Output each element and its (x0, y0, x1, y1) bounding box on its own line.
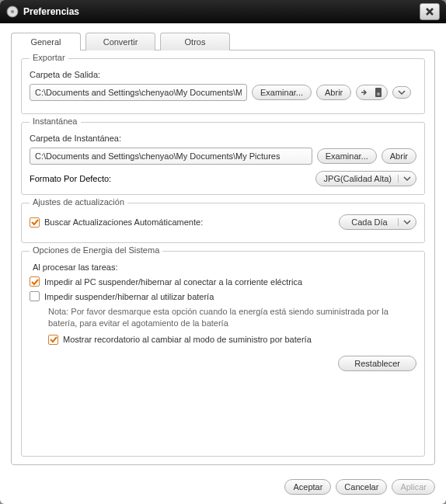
apply-button: Aplicar (392, 479, 435, 495)
update-frequency-value: Cada Día (347, 217, 392, 227)
export-device-dropdown[interactable] (392, 86, 411, 99)
chevron-down-icon (398, 175, 411, 182)
preferences-window: Preferencias General Convertir Otros Exp… (0, 0, 446, 504)
dialog-footer: Aceptar Cancelar Aplicar (0, 473, 446, 504)
section-title-updates: Ajustes de actualización (30, 197, 127, 207)
close-button[interactable] (420, 3, 440, 20)
chevron-down-icon (398, 218, 411, 226)
cancel-button[interactable]: Cancelar (336, 479, 387, 495)
section-energy: Opciones de Energia del Sistema Al proce… (21, 251, 425, 457)
prevent-battery-checkbox[interactable] (30, 291, 40, 301)
tab-convert[interactable]: Convertir (85, 33, 155, 50)
tab-others[interactable]: Otros (160, 33, 230, 50)
tab-bar: General Convertir Otros (11, 33, 435, 50)
window-title: Preferencias (23, 6, 420, 17)
svg-point-3 (377, 92, 380, 96)
section-snapshot: Instantánea Carpeta de Instantánea: Exam… (21, 122, 425, 195)
export-browse-button[interactable]: Examinar... (252, 85, 312, 100)
show-reminder-checkbox[interactable] (48, 335, 58, 345)
auto-update-checkbox[interactable] (30, 217, 40, 228)
titlebar: Preferencias (0, 0, 446, 23)
energy-processing-label: Al procesar las tareas: (33, 262, 416, 272)
auto-update-label: Buscar Actualizaciones Automáticamente: (44, 217, 203, 227)
section-title-snapshot: Instantánea (30, 116, 81, 126)
app-icon (6, 5, 19, 18)
export-device-button[interactable] (356, 85, 388, 100)
ok-button[interactable]: Aceptar (284, 479, 331, 495)
prevent-ac-checkbox[interactable] (30, 276, 40, 287)
prevent-battery-label: Impedir suspender/hibernar al utilizar b… (44, 292, 214, 301)
content-area: General Convertir Otros Exportar Carpeta… (0, 23, 446, 473)
export-folder-input[interactable] (30, 84, 247, 101)
restore-button[interactable]: Restablecer (338, 356, 416, 371)
export-folder-label: Carpeta de Salida: (30, 70, 416, 79)
show-reminder-label: Mostrar recordatorio al cambiar al modo … (63, 335, 312, 344)
tab-panel-general: Exportar Carpeta de Salida: Examinar... … (11, 50, 435, 465)
update-frequency-select[interactable]: Cada Día (339, 214, 416, 230)
snapshot-folder-input[interactable] (30, 148, 312, 165)
section-updates: Ajustes de actualización Buscar Actualiz… (21, 203, 425, 243)
export-open-button[interactable]: Abrir (316, 85, 351, 100)
energy-note: Nota: Por favor desmarque esta opción cu… (48, 306, 416, 330)
svg-point-1 (11, 10, 14, 13)
section-export: Exportar Carpeta de Salida: Examinar... … (21, 58, 425, 114)
snapshot-folder-label: Carpeta de Instantánea: (30, 134, 416, 143)
snapshot-browse-button[interactable]: Examinar... (317, 148, 377, 164)
section-title-energy: Opciones de Energia del Sistema (30, 245, 162, 255)
snapshot-format-label: Formato Por Defecto: (30, 174, 111, 183)
prevent-ac-label: Impedir al PC suspender/hibernar al cone… (44, 277, 302, 287)
snapshot-format-select[interactable]: JPG(Calidad Alta) (315, 171, 416, 186)
section-title-export: Exportar (30, 53, 68, 62)
tab-general[interactable]: General (11, 33, 81, 50)
snapshot-open-button[interactable]: Abrir (382, 148, 416, 164)
snapshot-format-value: JPG(Calidad Alta) (324, 174, 392, 183)
